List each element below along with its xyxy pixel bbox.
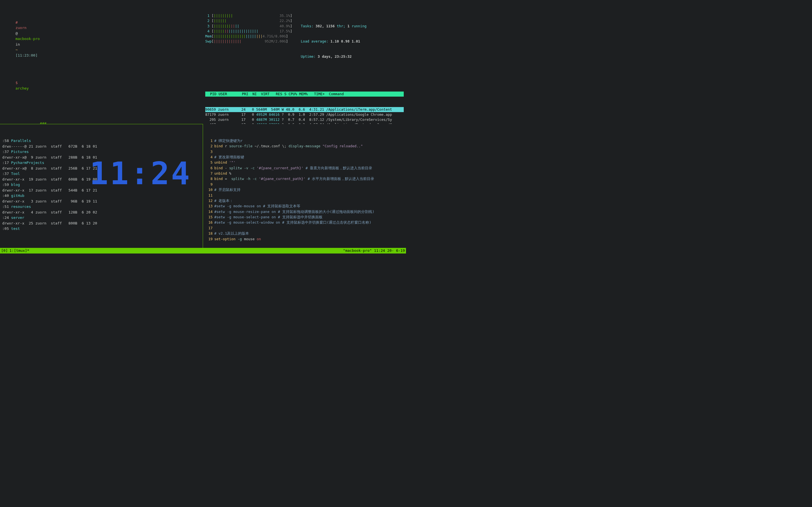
htop-summary: Tasks: 382, 1156 thr; 1 running Load ave…: [301, 13, 366, 69]
htop-process-row[interactable]: 90659 zuorn 24 0 5640M 540M W 48.0 6.6 4…: [205, 107, 404, 112]
htop-header[interactable]: PID USER PRI NI VIRT RES S CPU% MEM% TIM…: [205, 92, 404, 97]
vim-line[interactable]: 17: [205, 225, 404, 231]
pane-htop[interactable]: 1 [||||||||| 35.1%] 2 [|||||| 22.2%] 3 […: [203, 0, 406, 124]
vim-line[interactable]: 18# v2.1及以上的版本: [205, 231, 404, 236]
ls-entry-detail: drwxr-xr-x 4 zuorn staff 128B 6 20 02: [2, 210, 200, 215]
htop-meter: 4 [||||||||||||||||||||| 17.5%]: [205, 29, 292, 34]
htop-meter: 1 [||||||||| 35.1%]: [205, 13, 292, 18]
vim-line[interactable]: 13#setw -g mode-mouse on # 支持鼠标选取文本等: [205, 203, 404, 209]
ls-entry-header: :58 Parallels: [2, 138, 200, 144]
pane-archey[interactable]: # zuorn @ macbook-pro in ~ [11:23:00] $ …: [0, 0, 203, 124]
ls-entry-header: :40 gitHub: [2, 193, 200, 199]
htop-meter: 3 [|||||||||||| 40.9%]: [205, 24, 292, 29]
vim-line[interactable]: 16#setw -g mouse-select-window on # 支持鼠标…: [205, 220, 404, 225]
vim-line[interactable]: 2bind r source-file ~/.tmux.conf \; disp…: [205, 144, 404, 149]
vim-line[interactable]: 10# 开启鼠标支持: [205, 187, 404, 192]
tmux-status-right: "macbook-pro" 11:24 20- 6-19: [343, 248, 405, 253]
vim-line[interactable]: 3: [205, 149, 404, 154]
ls-entry-header: :24 server: [2, 215, 200, 221]
vim-line[interactable]: 15#setw -g mouse-select-pane on # 支持鼠标选中…: [205, 214, 404, 220]
ls-entry-header: :37 Pictures: [2, 149, 200, 155]
ls-entry-detail: drwx------@ 21 zuorn staff 672B 6 18 01: [2, 144, 200, 149]
pane-vim[interactable]: 1# 绑定快捷键为r2bind r source-file ~/.tmux.co…: [203, 124, 406, 248]
ls-entry-header: :51 resources: [2, 204, 200, 210]
tmux-window[interactable]: 1:[tmux]*: [9, 248, 29, 253]
archey-logo-line: ###: [2, 121, 84, 124]
tmux-session[interactable]: [0]: [1, 248, 8, 253]
htop-process-row[interactable]: 295 zuorn 17 0 4887M 30112 ? 0.7 0.4 8:5…: [205, 117, 404, 122]
ls-entry-header: :05 test: [2, 226, 200, 231]
htop-process-row[interactable]: 87179 zuorn 17 0 4952M 84616 ? 0.9 1.0 2…: [205, 112, 404, 117]
tmux-statusbar[interactable]: [0] 1:[tmux]* "macbook-pro" 11:24 20- 6-…: [0, 248, 406, 253]
vim-buffer[interactable]: 1# 绑定快捷键为r2bind r source-file ~/.tmux.co…: [205, 138, 404, 242]
vim-line[interactable]: 6bind - splitw -v -c '#{pane_current_pat…: [205, 165, 404, 171]
vim-line[interactable]: 7unbind %: [205, 171, 404, 176]
ls-entry-detail: drwxr-xr-x 3 zuorn staff 96B 6 19 11: [2, 199, 200, 204]
prompt-cmd-1: $ archey: [2, 75, 200, 97]
vim-line[interactable]: 12# 老版本：: [205, 198, 404, 203]
vim-line[interactable]: 5unbind '"': [205, 160, 404, 165]
ls-entry-detail: drwxr-xr-x 25 zuorn staff 800B 6 13 20: [2, 221, 200, 226]
vim-line[interactable]: 9: [205, 182, 404, 187]
prompt-line-1: # zuorn @ macbook-pro in ~ [11:23:00]: [2, 14, 200, 64]
vim-line[interactable]: 19set-option -g mouse on: [205, 236, 404, 242]
pane-ls[interactable]: :58 Parallelsdrwx------@ 21 zuorn staff …: [0, 124, 203, 248]
tty-clock: 11:24: [90, 158, 192, 189]
vim-line[interactable]: 11: [205, 193, 404, 198]
vim-line[interactable]: 14#setw -g mouse-resize-pane on # 支持鼠标拖动…: [205, 209, 404, 214]
vim-line[interactable]: 8bind = splitw -h -c '#{pane_current_pat…: [205, 176, 404, 181]
vim-line[interactable]: 4# 更改新增面板键: [205, 154, 404, 160]
archey-output: ### #### ### ####### ####### ###########…: [2, 121, 200, 124]
htop-meter: Mem[|||||||||||||||||||||||4.71G/8.00G]: [205, 34, 292, 39]
htop-process-list[interactable]: 90659 zuorn 24 0 5640M 540M W 48.0 6.6 4…: [205, 107, 404, 124]
htop-meter: Swp[||||||||||||| 952M/2.00G]: [205, 39, 292, 44]
htop-meter: 2 [|||||| 22.2%]: [205, 18, 292, 23]
htop-meters: 1 [||||||||| 35.1%] 2 [|||||| 22.2%] 3 […: [205, 13, 292, 69]
vim-line[interactable]: 1# 绑定快捷键为r: [205, 138, 404, 144]
